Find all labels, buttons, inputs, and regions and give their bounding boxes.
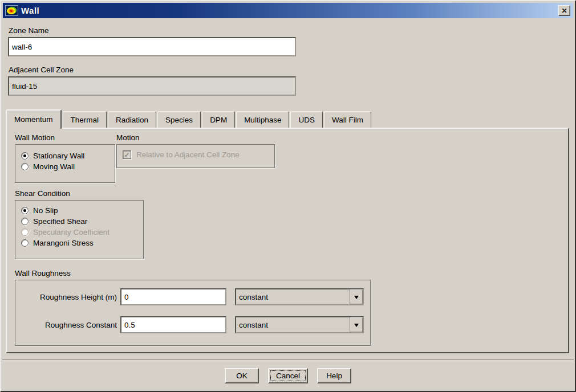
radio-stationary-wall[interactable]: Stationary Wall: [21, 152, 109, 160]
chevron-down-icon: [354, 324, 359, 329]
tab-momentum[interactable]: Momentum: [6, 109, 62, 129]
checkbox-icon: ✓: [123, 150, 131, 159]
titlebar[interactable]: Wall ✕: [3, 3, 573, 18]
roughness-constant-label: Roughness Constant: [20, 321, 117, 329]
zone-name-input[interactable]: [8, 37, 296, 56]
radio-specified-shear[interactable]: Specified Shear: [21, 217, 137, 226]
wall-roughness-label: Wall Roughness: [15, 269, 371, 277]
tab-uds[interactable]: UDS: [290, 111, 323, 128]
radio-icon: [21, 239, 29, 247]
roughness-height-input[interactable]: [120, 288, 226, 305]
dialog-buttons: OK Cancel Help: [225, 368, 351, 383]
roughness-height-profile-dropdown[interactable]: constant: [235, 288, 364, 305]
dropdown-arrow-button[interactable]: [349, 317, 363, 332]
radio-icon: [21, 218, 29, 225]
ok-button[interactable]: OK: [225, 368, 259, 383]
tab-species[interactable]: Species: [157, 111, 201, 128]
roughness-constant-profile-dropdown[interactable]: constant: [235, 316, 364, 333]
motion-group: Motion ✓ Relative to Adjacent Cell Zone: [116, 133, 275, 168]
tab-multiphase[interactable]: Multiphase: [236, 111, 289, 128]
fluent-app-icon: [5, 5, 18, 16]
roughness-height-row: Roughness Height (m) constant: [20, 288, 366, 305]
chevron-down-icon: [354, 296, 359, 301]
wall-motion-label: Wall Motion: [15, 133, 115, 142]
radio-specularity-coefficient: Specularity Coefficient: [21, 228, 137, 236]
wall-dialog: Wall ✕ Zone Name Adjacent Cell Zone Mome…: [0, 0, 576, 392]
tab-bar: Momentum Thermal Radiation Species DPM M…: [6, 108, 372, 128]
radio-moving-wall[interactable]: Moving Wall: [21, 162, 109, 171]
tab-radiation[interactable]: Radiation: [108, 111, 156, 128]
adjacent-cell-zone-label: Adjacent Cell Zone: [9, 66, 74, 74]
radio-icon: [21, 207, 29, 214]
radio-icon: [21, 152, 29, 160]
button-separator: [2, 360, 574, 361]
zone-name-label: Zone Name: [9, 26, 49, 35]
tab-wall-film[interactable]: Wall Film: [324, 111, 371, 128]
fluent-contour-glyph: [7, 7, 17, 14]
close-button[interactable]: ✕: [558, 5, 570, 16]
wall-roughness-group: Wall Roughness Roughness Height (m) cons…: [15, 269, 371, 346]
roughness-constant-input[interactable]: [120, 316, 226, 333]
momentum-tab-panel: Wall Motion Stationary Wall Moving Wall …: [6, 128, 569, 353]
adjacent-cell-zone-field: [8, 76, 296, 96]
checkbox-relative-to-adjacent-cell-zone: ✓ Relative to Adjacent Cell Zone: [123, 150, 269, 159]
help-button[interactable]: Help: [317, 368, 351, 383]
dropdown-arrow-button[interactable]: [349, 289, 363, 304]
shear-condition-group: Shear Condition No Slip Specified Shear …: [15, 189, 144, 259]
roughness-constant-row: Roughness Constant constant: [20, 316, 366, 333]
motion-label: Motion: [116, 133, 275, 142]
radio-no-slip[interactable]: No Slip: [21, 206, 137, 215]
cancel-button[interactable]: Cancel: [268, 368, 308, 383]
window-title: Wall: [21, 6, 39, 15]
roughness-height-label: Roughness Height (m): [20, 293, 117, 301]
radio-marangoni-stress[interactable]: Marangoni Stress: [21, 239, 137, 247]
tab-thermal[interactable]: Thermal: [63, 111, 107, 128]
radio-icon: [21, 163, 29, 170]
shear-condition-label: Shear Condition: [15, 189, 144, 198]
wall-motion-group: Wall Motion Stationary Wall Moving Wall: [15, 133, 115, 183]
tab-dpm[interactable]: DPM: [202, 111, 235, 128]
radio-icon: [21, 228, 29, 236]
